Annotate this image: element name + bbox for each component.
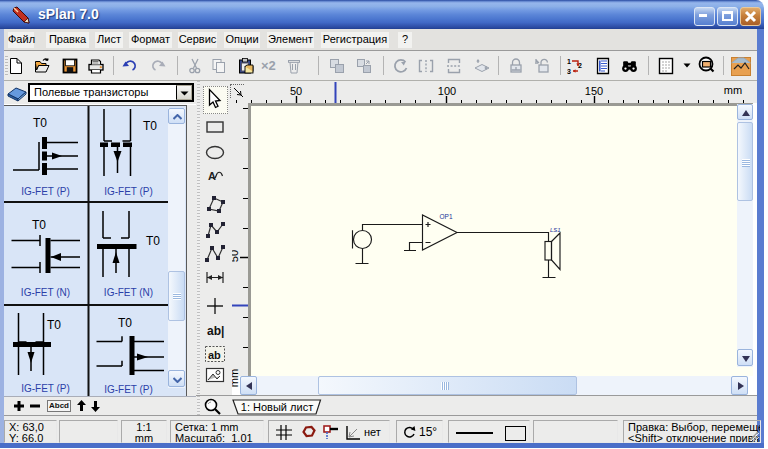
svg-text:A: A [208, 170, 216, 182]
svg-text:ab: ab [208, 349, 221, 361]
svg-text:50: 50 [232, 250, 240, 262]
svg-text:mm: mm [232, 369, 240, 387]
svg-text:1: 1 [567, 58, 571, 65]
svg-text:1: Новый лист: 1: Новый лист [241, 401, 313, 413]
svg-text:ab|: ab| [207, 324, 224, 338]
svg-text:150: 150 [585, 85, 603, 97]
svg-text:100: 100 [438, 85, 456, 97]
svg-text:3: 3 [567, 68, 571, 75]
svg-text:LS1: LS1 [550, 227, 561, 233]
svg-text:mm: mm [724, 84, 742, 96]
svg-text:50: 50 [290, 85, 302, 97]
svg-text:OP1: OP1 [440, 213, 453, 220]
